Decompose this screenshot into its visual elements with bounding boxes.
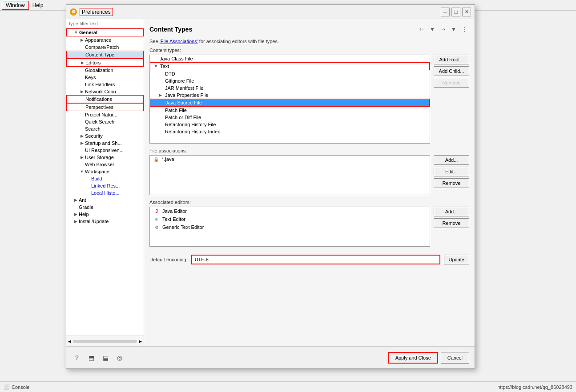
label-jar-manifest: JAR Manifest File: [165, 85, 203, 91]
remove-assoc-button[interactable]: Remove: [434, 178, 469, 188]
add-child-button[interactable]: Add Child...: [434, 66, 469, 76]
expand-search: [80, 127, 84, 131]
tree-item-install-update[interactable]: ▶ Install/Update: [66, 218, 144, 225]
list-item-refactoring-index[interactable]: Refactoring History Index: [150, 128, 430, 135]
list-item-java-class[interactable]: Java Class File: [150, 55, 430, 62]
list-item-refactoring-history[interactable]: Refactoring History File: [150, 121, 430, 128]
associated-editors-section: J Java Editor ≡ Text Editor ⚙ Generic Te…: [149, 207, 469, 247]
forward-dropdown2[interactable]: ▼: [449, 24, 459, 34]
file-assoc-listbox[interactable]: 🔒 *.java: [149, 155, 430, 195]
tree-item-workspace[interactable]: ▼ Workspace: [66, 168, 144, 175]
list-item-jar-manifest[interactable]: JAR Manifest File: [150, 84, 430, 92]
remove-content-type-button[interactable]: Remove: [434, 78, 469, 88]
help-menu[interactable]: Help: [29, 1, 47, 9]
tree-item-quick-search[interactable]: Quick Search: [66, 118, 144, 125]
panel-header: Content Types ⇐ ▼ ⇒ ▼ ⋮: [149, 24, 469, 34]
tree-item-search[interactable]: Search: [66, 125, 144, 132]
tree-item-project-nature[interactable]: Project Natur...: [66, 111, 144, 118]
list-item-text-editor[interactable]: ≡ Text Editor: [150, 215, 430, 223]
content-types-section: Java Class File ▼ Text DTD Gitignore: [149, 55, 469, 144]
tree-scroll[interactable]: ▼ General ▶ Appearance Compare/Patch Con…: [66, 28, 144, 336]
filter-input[interactable]: [66, 19, 144, 28]
import-button[interactable]: ⬓: [100, 352, 111, 363]
tree-item-gradle[interactable]: Gradle: [66, 204, 144, 211]
label-java-properties: Java Properties File: [165, 92, 208, 98]
tree-item-notifications[interactable]: Notifications: [66, 95, 144, 103]
list-item-java-properties[interactable]: ▶ Java Properties File: [150, 92, 430, 99]
editors-listbox[interactable]: J Java Editor ≡ Text Editor ⚙ Generic Te…: [149, 207, 430, 247]
tree-item-ui-responsive[interactable]: UI Responsiven...: [66, 147, 144, 154]
tree-item-network-conn[interactable]: ▶ Network Conn...: [66, 88, 144, 95]
footer-right: Apply and Close Cancel: [388, 352, 469, 364]
forward-button[interactable]: ⇒: [438, 24, 448, 34]
close-button[interactable]: ✕: [462, 8, 471, 16]
tree-item-build[interactable]: Build: [66, 175, 144, 182]
tree-item-local-history[interactable]: Local Histo...: [66, 189, 144, 196]
tree-label-user-storage: User Storage: [85, 155, 114, 160]
expand-user-storage: ▶: [80, 155, 84, 160]
add-assoc-button[interactable]: Add...: [434, 155, 469, 165]
tree-label-ant: Ant: [79, 197, 86, 203]
file-associations-link[interactable]: 'File Associations': [160, 39, 198, 44]
list-item-generic-text-editor[interactable]: ⚙ Generic Text Editor: [150, 223, 430, 231]
tree-item-editors[interactable]: ▶ Editors: [66, 59, 144, 67]
encoding-input[interactable]: [191, 255, 440, 264]
list-item-patch-diff[interactable]: Patch or Diff File: [150, 114, 430, 121]
remove-editor-button[interactable]: Remove: [434, 218, 469, 228]
tree-item-content-type[interactable]: Content Type: [66, 51, 144, 59]
file-associations-section: 🔒 *.java Add... Edit... Remove: [149, 155, 469, 195]
minimize-button[interactable]: ─: [441, 8, 450, 16]
update-button[interactable]: Update: [444, 255, 469, 264]
tree-item-help[interactable]: ▶ Help: [66, 211, 144, 218]
cancel-button[interactable]: Cancel: [441, 352, 469, 364]
tree-item-linked-res[interactable]: Linked Res...: [66, 182, 144, 189]
tree-item-security[interactable]: ▶ Security: [66, 132, 144, 140]
add-editor-button[interactable]: Add...: [434, 207, 469, 216]
tree-item-globalization[interactable]: Globalization: [66, 67, 144, 74]
tree-item-general[interactable]: ▼ General: [66, 28, 144, 36]
tree-label-web-browser: Web Browser: [85, 162, 114, 167]
more-button[interactable]: ⋮: [459, 24, 469, 34]
content-types-listbox[interactable]: Java Class File ▼ Text DTD Gitignore: [149, 55, 430, 144]
window-menu[interactable]: Window: [2, 1, 29, 10]
expand-editors: ▶: [80, 60, 85, 65]
tree-label-network-conn: Network Conn...: [85, 89, 120, 94]
tree-label-search: Search: [85, 126, 101, 132]
expand-help: ▶: [73, 212, 78, 216]
list-item-dtd[interactable]: DTD: [150, 70, 430, 77]
tree-item-compare[interactable]: Compare/Patch: [66, 44, 144, 51]
tree-item-ant[interactable]: ▶ Ant: [66, 196, 144, 204]
label-java-editor: Java Editor: [162, 208, 187, 214]
list-item-java-assoc[interactable]: 🔒 *.java: [150, 156, 430, 163]
encoding-row: Default encoding: Update: [149, 255, 469, 264]
tree-label-linked-res: Linked Res...: [91, 183, 120, 188]
label-refactoring-history: Refactoring History File: [165, 122, 216, 127]
tree-item-keys[interactable]: Keys: [66, 74, 144, 81]
forward-dropdown[interactable]: ▼: [427, 24, 437, 34]
tree-item-perspectives[interactable]: Perspectives: [66, 103, 144, 111]
tree-item-link-handlers[interactable]: Link Handlers: [66, 81, 144, 88]
help-icon-button[interactable]: ?: [72, 352, 82, 363]
tree-item-appearance[interactable]: ▶ Appearance: [66, 36, 144, 44]
console-tab[interactable]: ⬜ Console: [4, 384, 29, 390]
expand-compare: [80, 45, 84, 49]
add-root-button[interactable]: Add Root...: [434, 55, 469, 64]
back-button[interactable]: ⇐: [417, 24, 427, 34]
tree-item-user-storage[interactable]: ▶ User Storage: [66, 154, 144, 161]
settings-button[interactable]: ◎: [114, 352, 125, 363]
apply-close-button[interactable]: Apply and Close: [388, 352, 438, 364]
export-button[interactable]: ⬒: [86, 352, 97, 363]
expand-general: ▼: [74, 30, 78, 35]
list-item-java-editor[interactable]: J Java Editor: [150, 207, 430, 215]
edit-assoc-button[interactable]: Edit...: [434, 167, 469, 176]
content-types-label: Content types:: [149, 48, 469, 53]
list-item-java-source[interactable]: Java Source File: [150, 99, 430, 107]
tree-item-web-browser[interactable]: Web Browser: [66, 161, 144, 168]
list-item-gitignore[interactable]: Gitignore File: [150, 77, 430, 84]
sidebar-scrollbar[interactable]: ◀ ▶: [66, 336, 144, 346]
list-item-patch-file[interactable]: Patch File: [150, 107, 430, 114]
maximize-button[interactable]: □: [451, 8, 460, 16]
tree-label-link-handlers: Link Handlers: [85, 82, 115, 87]
tree-item-startup[interactable]: ▶ Startup and Sh...: [66, 140, 144, 147]
list-item-text[interactable]: ▼ Text: [150, 62, 430, 70]
